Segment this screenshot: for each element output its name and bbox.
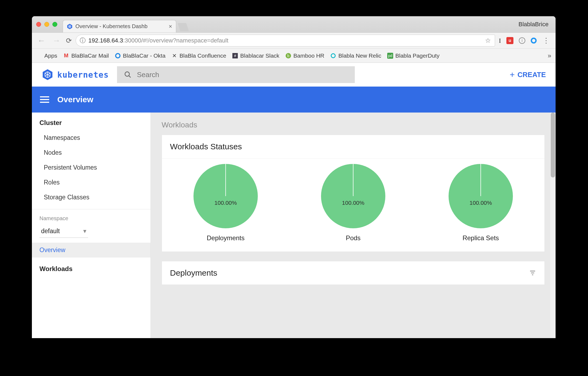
sidebar-item-persistent-volumes[interactable]: Persistent Volumes bbox=[32, 160, 151, 175]
close-window-button[interactable] bbox=[36, 22, 41, 27]
extension-ublock-icon[interactable]: u bbox=[506, 37, 513, 44]
plus-icon: + bbox=[510, 70, 515, 80]
main-content: Workloads Workloads Statuses 100.00% Dep… bbox=[151, 113, 556, 338]
maximize-window-button[interactable] bbox=[52, 22, 57, 27]
pie-chart-pods: 100.00% bbox=[321, 164, 385, 228]
chart-replica-sets: 100.00% Replica Sets bbox=[449, 164, 513, 242]
window-controls bbox=[36, 22, 57, 27]
filter-icon[interactable] bbox=[529, 269, 536, 277]
back-button[interactable]: ← bbox=[36, 36, 47, 45]
bookmark-confluence[interactable]: ✕ BlaBla Confluence bbox=[171, 52, 226, 59]
section-label-workloads: Workloads bbox=[162, 121, 545, 129]
site-info-icon[interactable]: ⓘ bbox=[80, 37, 86, 45]
card-title-deployments: Deployments bbox=[170, 268, 217, 278]
search-box[interactable] bbox=[117, 66, 355, 83]
confluence-icon: ✕ bbox=[171, 53, 177, 59]
create-button[interactable]: + CREATE bbox=[510, 70, 546, 80]
create-label: CREATE bbox=[517, 71, 546, 79]
bookmark-pagerduty[interactable]: pd Blabla PagerDuty bbox=[387, 52, 439, 59]
minimize-window-button[interactable] bbox=[44, 22, 49, 27]
chart-pods: 100.00% Pods bbox=[321, 164, 385, 242]
extension-info-icon[interactable]: i bbox=[519, 37, 525, 44]
sidebar-item-storage-classes[interactable]: Storage Classes bbox=[32, 190, 151, 205]
chart-label: Deployments bbox=[207, 234, 245, 242]
sidebar: Cluster Namespaces Nodes Persistent Volu… bbox=[32, 113, 151, 338]
app-header: kubernetes + CREATE bbox=[32, 63, 556, 87]
kubernetes-logo-icon bbox=[42, 69, 54, 81]
omnibox[interactable]: ⓘ 192.168.64.3:30000/#!/overview?namespa… bbox=[76, 35, 495, 47]
bamboohr-icon: b bbox=[286, 53, 291, 58]
sidebar-item-overview[interactable]: Overview bbox=[32, 243, 151, 258]
forward-button[interactable]: → bbox=[51, 36, 62, 45]
charts-row: 100.00% Deployments 100.00% Pods bbox=[162, 159, 544, 252]
scrollbar-thumb[interactable] bbox=[551, 113, 555, 177]
address-bar: ← → ⟳ ⓘ 192.168.64.3:30000/#!/overview?n… bbox=[32, 32, 556, 49]
pagerduty-icon: pd bbox=[387, 53, 393, 59]
gmail-icon: M bbox=[63, 53, 69, 59]
blue-toolbar: Overview bbox=[32, 87, 556, 113]
bookmark-slack[interactable]: # Blablacar Slack bbox=[232, 52, 279, 59]
profile-name[interactable]: BlablaBrice bbox=[519, 21, 551, 28]
slack-icon: # bbox=[232, 53, 238, 58]
bookmark-okta[interactable]: BlaBlaCar - Okta bbox=[115, 52, 166, 59]
kubernetes-favicon-icon bbox=[67, 24, 73, 29]
search-input[interactable] bbox=[137, 71, 348, 79]
kubernetes-wordmark: kubernetes bbox=[57, 70, 109, 80]
sidebar-item-roles[interactable]: Roles bbox=[32, 175, 151, 190]
extension-instapaper-icon[interactable]: I bbox=[499, 37, 501, 44]
pie-chart-deployments: 100.00% bbox=[193, 164, 258, 228]
svg-line-17 bbox=[129, 76, 131, 78]
chart-label: Replica Sets bbox=[463, 234, 499, 242]
sidebar-item-namespaces[interactable]: Namespaces bbox=[32, 130, 151, 145]
extension-ring-icon[interactable] bbox=[531, 38, 537, 44]
namespace-label: Namespace bbox=[32, 209, 151, 223]
browser-window: Overview - Kubernetes Dashb × BlablaBric… bbox=[32, 16, 556, 338]
namespace-select[interactable]: default ▾ bbox=[39, 225, 88, 238]
url-text: 192.168.64.3:30000/#!/overview?namespace… bbox=[88, 37, 228, 44]
new-tab-button[interactable] bbox=[178, 23, 189, 31]
sidebar-item-nodes[interactable]: Nodes bbox=[32, 145, 151, 160]
page-title: Overview bbox=[57, 95, 93, 104]
newrelic-icon bbox=[331, 53, 336, 58]
pie-chart-replica-sets: 100.00% bbox=[449, 164, 513, 228]
bookmark-bamboo[interactable]: b Bamboo HR bbox=[285, 52, 324, 59]
pie-value: 100.00% bbox=[342, 200, 365, 206]
bookmark-apps[interactable]: Apps bbox=[36, 52, 57, 59]
browser-menu-button[interactable]: ⋮ bbox=[540, 37, 552, 45]
reload-button[interactable]: ⟳ bbox=[66, 37, 72, 45]
kubernetes-logo[interactable]: kubernetes bbox=[42, 69, 109, 81]
extension-icons: I u i bbox=[499, 37, 537, 44]
bookmark-star-icon[interactable]: ☆ bbox=[485, 37, 491, 44]
app-body: Cluster Namespaces Nodes Persistent Volu… bbox=[32, 113, 556, 338]
pie-value: 100.00% bbox=[215, 200, 237, 206]
okta-icon bbox=[115, 53, 121, 58]
deployments-card: Deployments bbox=[162, 261, 545, 285]
bookmark-mail[interactable]: M BlaBlaCar Mail bbox=[63, 52, 109, 59]
close-tab-icon[interactable]: × bbox=[169, 23, 172, 30]
sidebar-section-workloads[interactable]: Workloads bbox=[32, 258, 151, 276]
scrollbar-track[interactable] bbox=[550, 113, 556, 338]
chart-deployments: 100.00% Deployments bbox=[193, 164, 258, 242]
window-titlebar: Overview - Kubernetes Dashb × BlablaBric… bbox=[32, 16, 556, 32]
bookmarks-overflow-icon[interactable]: » bbox=[548, 52, 551, 60]
bookmarks-bar: Apps M BlaBlaCar Mail BlaBlaCar - Okta ✕… bbox=[32, 49, 556, 63]
kubernetes-dashboard: kubernetes + CREATE Overview Cluster Nam… bbox=[32, 63, 556, 338]
card-title-statuses: Workloads Statuses bbox=[162, 135, 544, 158]
menu-toggle-button[interactable] bbox=[40, 95, 49, 104]
search-icon bbox=[124, 71, 132, 78]
bookmark-newrelic[interactable]: Blabla New Relic bbox=[330, 52, 381, 59]
sidebar-section-cluster[interactable]: Cluster bbox=[32, 113, 151, 130]
browser-tab[interactable]: Overview - Kubernetes Dashb × bbox=[63, 20, 176, 32]
apps-grid-icon bbox=[36, 53, 42, 59]
pie-value: 100.00% bbox=[470, 200, 492, 206]
svg-point-16 bbox=[125, 72, 129, 76]
chart-label: Pods bbox=[346, 234, 361, 242]
workloads-statuses-card: Workloads Statuses 100.00% Deployments 1… bbox=[162, 135, 545, 252]
namespace-value: default bbox=[41, 227, 60, 235]
tab-title: Overview - Kubernetes Dashb bbox=[75, 23, 148, 29]
chevron-down-icon: ▾ bbox=[83, 227, 86, 235]
